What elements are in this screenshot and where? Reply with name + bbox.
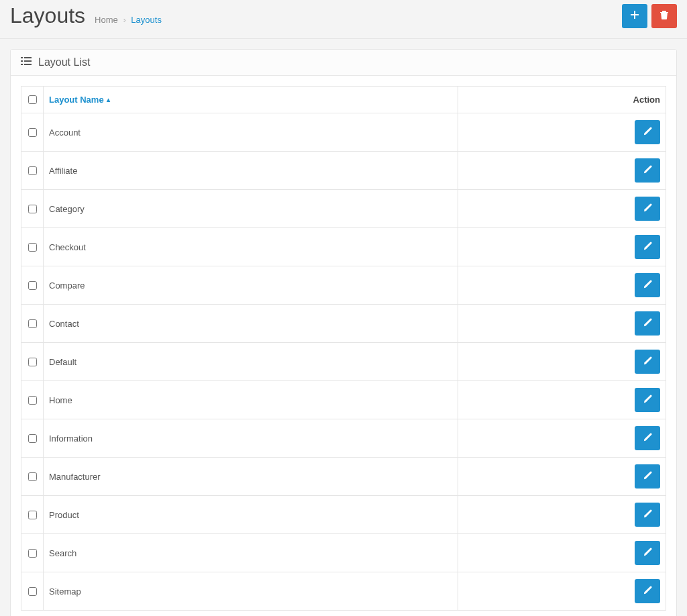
layout-name-cell: Affiliate bbox=[44, 152, 458, 190]
row-checkbox[interactable] bbox=[28, 549, 37, 558]
table-row: Manufacturer bbox=[21, 458, 666, 496]
table-row: Information bbox=[21, 419, 666, 458]
row-checkbox[interactable] bbox=[28, 396, 37, 405]
svg-rect-3 bbox=[24, 57, 32, 58]
edit-button[interactable] bbox=[635, 350, 660, 374]
table-row: Affiliate bbox=[21, 152, 666, 190]
table-row: Compare bbox=[21, 266, 666, 305]
caret-up-icon: ▴ bbox=[107, 96, 110, 103]
table-row: Sitemap bbox=[21, 572, 666, 611]
layout-name-cell: Category bbox=[44, 190, 458, 228]
edit-button[interactable] bbox=[635, 503, 660, 527]
panel-title: Layout List bbox=[38, 56, 90, 68]
layout-name-cell: Contact bbox=[44, 305, 458, 343]
column-header-action: Action bbox=[458, 87, 666, 113]
pencil-icon bbox=[643, 241, 653, 253]
edit-button[interactable] bbox=[635, 311, 660, 336]
chevron-right-icon: › bbox=[123, 15, 125, 25]
pencil-icon bbox=[643, 317, 653, 329]
pencil-icon bbox=[643, 126, 653, 138]
row-checkbox[interactable] bbox=[28, 358, 37, 366]
svg-rect-2 bbox=[21, 57, 23, 58]
delete-button[interactable] bbox=[651, 4, 677, 28]
svg-rect-7 bbox=[24, 64, 32, 65]
table-row: Contact bbox=[21, 305, 666, 343]
edit-button[interactable] bbox=[635, 426, 660, 450]
edit-button[interactable] bbox=[635, 388, 660, 412]
pencil-icon bbox=[643, 509, 653, 521]
breadcrumb: Home › Layouts bbox=[95, 15, 162, 25]
row-checkbox[interactable] bbox=[28, 205, 37, 213]
table-row: Search bbox=[21, 534, 666, 572]
table-row: Account bbox=[21, 113, 666, 152]
page-title: Layouts bbox=[10, 3, 85, 28]
row-checkbox[interactable] bbox=[28, 434, 37, 443]
svg-rect-1 bbox=[631, 14, 639, 15]
table-row: Category bbox=[21, 190, 666, 228]
layout-name-cell: Product bbox=[44, 496, 458, 534]
select-all-checkbox[interactable] bbox=[28, 95, 37, 104]
pencil-icon bbox=[643, 432, 653, 444]
pencil-icon bbox=[643, 394, 653, 406]
layout-name-cell: Account bbox=[44, 113, 458, 152]
layout-name-cell: Manufacturer bbox=[44, 458, 458, 496]
pencil-icon bbox=[643, 279, 653, 291]
pencil-icon bbox=[643, 356, 653, 368]
layout-name-cell: Checkout bbox=[44, 228, 458, 266]
sort-name-header[interactable]: Layout Name ▴ bbox=[49, 95, 110, 105]
pencil-icon bbox=[643, 164, 653, 176]
row-checkbox[interactable] bbox=[28, 511, 37, 519]
layout-name-cell: Information bbox=[44, 419, 458, 458]
table-row: Checkout bbox=[21, 228, 666, 266]
row-checkbox[interactable] bbox=[28, 587, 37, 596]
pencil-icon bbox=[643, 470, 653, 482]
pencil-icon bbox=[643, 203, 653, 215]
row-checkbox[interactable] bbox=[28, 128, 37, 137]
layout-list-panel: Layout List Layout Name ▴ bbox=[10, 49, 677, 616]
list-icon bbox=[21, 56, 32, 68]
panel-heading: Layout List bbox=[11, 50, 676, 76]
row-checkbox[interactable] bbox=[28, 243, 37, 252]
edit-button[interactable] bbox=[635, 197, 660, 221]
table-row: Product bbox=[21, 496, 666, 534]
edit-button[interactable] bbox=[635, 273, 660, 297]
pencil-icon bbox=[643, 547, 653, 559]
row-checkbox[interactable] bbox=[28, 281, 37, 290]
edit-button[interactable] bbox=[635, 120, 660, 144]
row-checkbox[interactable] bbox=[28, 166, 37, 175]
layout-name-cell: Home bbox=[44, 381, 458, 419]
layout-name-cell: Search bbox=[44, 534, 458, 572]
svg-rect-5 bbox=[24, 60, 32, 62]
pencil-icon bbox=[643, 585, 653, 597]
row-checkbox[interactable] bbox=[28, 472, 37, 481]
layout-name-cell: Sitemap bbox=[44, 572, 458, 611]
column-header-name: Layout Name bbox=[49, 95, 104, 105]
plus-icon bbox=[630, 10, 639, 21]
edit-button[interactable] bbox=[635, 158, 660, 183]
layout-name-cell: Compare bbox=[44, 266, 458, 305]
trash-icon bbox=[659, 10, 669, 21]
breadcrumb-current[interactable]: Layouts bbox=[131, 15, 162, 25]
edit-button[interactable] bbox=[635, 579, 660, 603]
svg-rect-6 bbox=[21, 64, 23, 65]
breadcrumb-home[interactable]: Home bbox=[95, 15, 118, 25]
layout-name-cell: Default bbox=[44, 343, 458, 381]
table-row: Home bbox=[21, 381, 666, 419]
edit-button[interactable] bbox=[635, 464, 660, 489]
row-checkbox[interactable] bbox=[28, 319, 37, 328]
add-button[interactable] bbox=[622, 4, 647, 28]
edit-button[interactable] bbox=[635, 235, 660, 259]
table-row: Default bbox=[21, 343, 666, 381]
edit-button[interactable] bbox=[635, 541, 660, 565]
layout-table: Layout Name ▴ Action AccountAffiliateCat… bbox=[21, 86, 666, 611]
svg-rect-4 bbox=[21, 60, 23, 62]
